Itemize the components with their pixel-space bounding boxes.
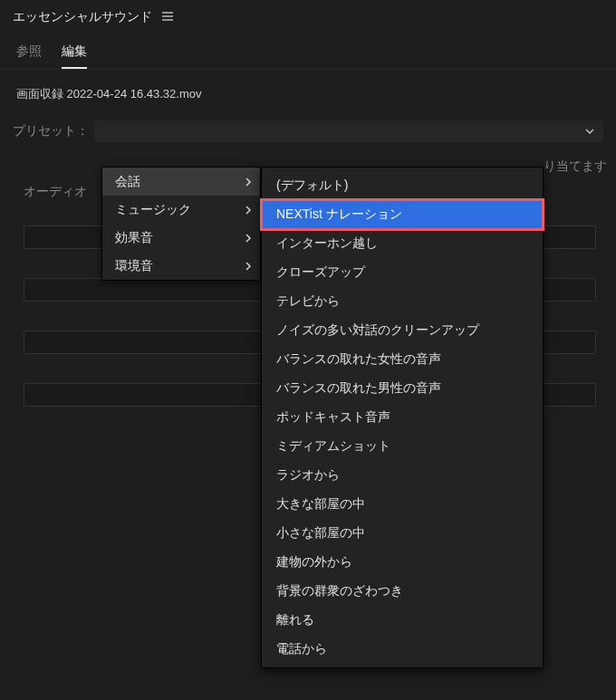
preset-category-label: 会話 xyxy=(115,174,140,190)
panel-menu-icon[interactable] xyxy=(161,10,174,24)
preset-category-item[interactable]: 会話 xyxy=(102,168,260,196)
preset-label: プリセット： xyxy=(13,123,89,139)
preset-submenu-item[interactable]: ラジオから xyxy=(262,461,543,490)
preset-submenu-item[interactable]: インターホン越し xyxy=(262,229,543,258)
preset-menu-layer: 会話ミュージック効果音環境音 (デフォルト)NEXTist ナレーションインター… xyxy=(101,167,544,668)
preset-submenu-item[interactable]: 小さな部屋の中 xyxy=(262,519,543,548)
selected-clip-name: 画面収録 2022-04-24 16.43.32.mov xyxy=(0,70,616,111)
preset-submenu-item[interactable]: 離れる xyxy=(262,606,543,635)
panel-title: エッセンシャルサウンド xyxy=(13,9,152,25)
chevron-right-icon xyxy=(245,262,251,271)
chevron-right-icon xyxy=(245,234,251,243)
preset-submenu-item[interactable]: ノイズの多い対話のクリーンアップ xyxy=(262,316,543,345)
preset-submenu-item[interactable]: 大きな部屋の中 xyxy=(262,490,543,519)
chevron-right-icon xyxy=(245,206,251,215)
preset-dropdown[interactable] xyxy=(94,120,603,142)
preset-category-label: ミュージック xyxy=(115,202,191,218)
preset-category-item[interactable]: 環境音 xyxy=(102,252,260,280)
preset-submenu-item[interactable]: 背景の群衆のざわつき xyxy=(262,577,543,606)
preset-submenu-item[interactable]: ミディアムショット xyxy=(262,432,543,461)
preset-submenu: (デフォルト)NEXTist ナレーションインターホン越しクローズアップテレビか… xyxy=(261,167,544,668)
preset-category-label: 環境音 xyxy=(115,258,153,274)
preset-submenu-item[interactable]: テレビから xyxy=(262,287,543,316)
tab-edit[interactable]: 編集 xyxy=(62,43,87,69)
preset-category-item[interactable]: 効果音 xyxy=(102,224,260,252)
tab-reference[interactable]: 参照 xyxy=(16,43,42,69)
assign-text-tail: り当てます xyxy=(544,158,607,175)
preset-submenu-item[interactable]: 建物の外から xyxy=(262,548,543,577)
panel-header: エッセンシャルサウンド xyxy=(0,0,616,36)
preset-submenu-item[interactable]: クローズアップ xyxy=(262,258,543,287)
tabs: 参照 編集 xyxy=(0,36,616,70)
preset-submenu-item[interactable]: バランスの取れた男性の音声 xyxy=(262,374,543,403)
preset-category-item[interactable]: ミュージック xyxy=(102,196,260,224)
preset-submenu-item[interactable]: 電話から xyxy=(262,635,543,664)
preset-submenu-item[interactable]: ポッドキャスト音声 xyxy=(262,403,543,432)
preset-category-label: 効果音 xyxy=(115,230,153,246)
preset-submenu-item[interactable]: (デフォルト) xyxy=(262,171,543,200)
preset-submenu-item[interactable]: バランスの取れた女性の音声 xyxy=(262,345,543,374)
preset-row: プリセット： xyxy=(0,111,616,146)
preset-category-menu: 会話ミュージック効果音環境音 xyxy=(101,167,261,281)
chevron-right-icon xyxy=(245,177,251,187)
preset-submenu-item[interactable]: NEXTist ナレーション xyxy=(262,200,543,229)
chevron-down-icon xyxy=(585,129,594,134)
